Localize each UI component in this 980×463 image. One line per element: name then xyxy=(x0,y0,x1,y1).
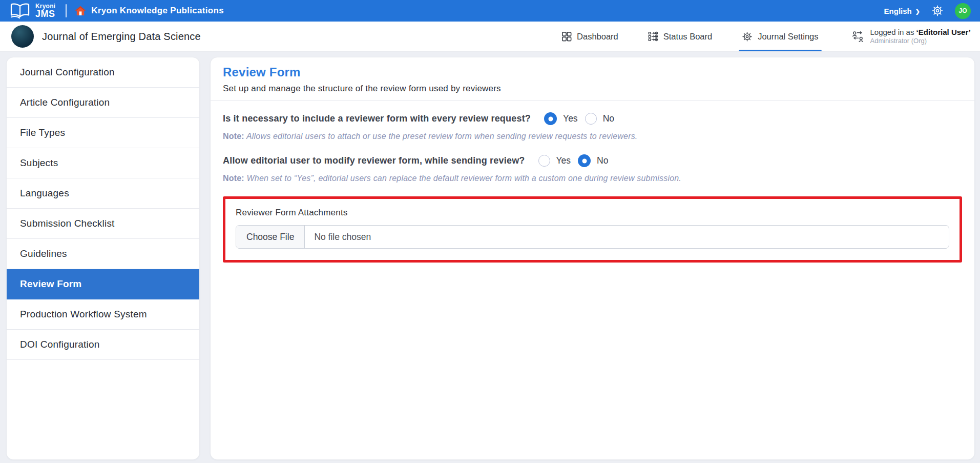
note-text: Allows editorial users to attach or use … xyxy=(244,132,638,140)
nav-label: Status Board xyxy=(663,32,712,42)
nav-label: Dashboard xyxy=(577,32,618,42)
open-book-icon xyxy=(9,2,31,19)
settings-sidebar: Journal Configuration Article Configurat… xyxy=(6,57,200,460)
nav-label: Journal Settings xyxy=(758,32,818,42)
question-note: Note: Allows editorial users to attach o… xyxy=(223,132,962,141)
page-subtitle: Set up and manage the structure of the r… xyxy=(223,84,962,94)
user-initials: JO xyxy=(958,7,967,14)
logged-in-user-name: ‘Editorial User’ xyxy=(916,28,971,36)
journal-identity: Journal of Emerging Data Science xyxy=(11,22,201,51)
gear-icon xyxy=(742,31,753,42)
journal-name: Journal of Emerging Data Science xyxy=(42,31,201,43)
user-avatar[interactable]: JO xyxy=(955,3,971,19)
workflow-icon xyxy=(648,31,658,42)
sidebar-item-production-workflow-system[interactable]: Production Workflow System xyxy=(7,299,199,330)
radio-option-yes[interactable]: Yes xyxy=(538,155,571,167)
sidebar-item-article-configuration[interactable]: Article Configuration xyxy=(7,88,199,118)
topbar-right: English ❯ xyxy=(884,3,971,19)
logged-in-user-block[interactable]: Logged in as ‘Editorial User’ Administra… xyxy=(851,22,971,51)
review-form-panel: Review Form Set up and manage the struct… xyxy=(210,57,975,460)
journal-logo xyxy=(11,25,34,48)
sidebar-item-languages[interactable]: Languages xyxy=(7,178,199,209)
brand-logo[interactable]: Kryoni JMS xyxy=(9,2,55,19)
brand-subtitle: JMS xyxy=(35,9,55,18)
publisher-name: Kryon Knowledge Publications xyxy=(91,6,224,16)
sidebar-item-file-types[interactable]: File Types xyxy=(7,118,199,148)
sidebar-item-submission-checklist[interactable]: Submission Checklist xyxy=(7,209,199,239)
radio-label: No xyxy=(597,155,608,166)
page-title: Review Form xyxy=(223,65,962,79)
radio-label: No xyxy=(603,113,614,124)
language-selector[interactable]: English ❯ xyxy=(884,7,920,15)
nav-item-journal-settings[interactable]: Journal Settings xyxy=(742,22,818,51)
nav-item-status-board[interactable]: Status Board xyxy=(648,22,712,51)
radio-option-no[interactable]: No xyxy=(578,154,608,167)
topbar-divider xyxy=(66,4,67,17)
question-modify-reviewer-form: Allow editorial user to modify reviewer … xyxy=(223,154,962,167)
topbar: Kryoni JMS Kryon Knowledge Publications … xyxy=(0,0,980,22)
language-label: English xyxy=(884,7,912,15)
question-note: Note: When set to “Yes”, editorial users… xyxy=(223,174,962,183)
settings-gear-button[interactable] xyxy=(931,5,944,17)
brand-text: Kryoni JMS xyxy=(35,3,55,18)
nav-item-dashboard[interactable]: Dashboard xyxy=(561,22,618,51)
publisher-home-link[interactable]: Kryon Knowledge Publications xyxy=(75,6,224,16)
highlighted-attachments-section: Reviewer Form Attachments Choose File No… xyxy=(223,196,962,263)
radio-label: Yes xyxy=(556,155,571,166)
sidebar-item-guidelines[interactable]: Guidelines xyxy=(7,239,199,269)
user-role: Administrator (Org) xyxy=(870,37,971,46)
chevron-right-icon: ❯ xyxy=(915,8,920,15)
grid-icon xyxy=(561,31,572,42)
header-nav: Dashboard Status Board xyxy=(561,22,971,51)
home-icon xyxy=(75,6,86,16)
file-status-text: No file chosen xyxy=(305,226,380,248)
sidebar-item-review-form[interactable]: Review Form xyxy=(7,269,199,299)
sidebar-item-doi-configuration[interactable]: DOI Configuration xyxy=(7,330,199,360)
radio-no-unselected[interactable] xyxy=(585,113,597,125)
choose-file-button[interactable]: Choose File xyxy=(236,226,305,248)
note-label: Note: xyxy=(223,132,244,140)
note-label: Note: xyxy=(223,174,244,183)
radio-no-selected[interactable] xyxy=(578,154,591,167)
radio-option-no[interactable]: No xyxy=(585,113,614,125)
attachments-label: Reviewer Form Attachments xyxy=(236,208,949,218)
radio-yes-selected[interactable] xyxy=(544,112,557,125)
sidebar-item-subjects[interactable]: Subjects xyxy=(7,148,199,178)
question-text: Is it necessary to include a reviewer fo… xyxy=(223,113,531,124)
radio-label: Yes xyxy=(563,113,578,124)
panel-body: Is it necessary to include a reviewer fo… xyxy=(211,101,974,272)
file-upload-input[interactable]: Choose File No file chosen xyxy=(236,225,949,249)
question-text: Allow editorial user to modify reviewer … xyxy=(223,155,525,166)
sidebar-item-journal-configuration[interactable]: Journal Configuration xyxy=(7,57,199,88)
question-include-reviewer-form: Is it necessary to include a reviewer fo… xyxy=(223,112,962,125)
journal-header: Journal of Emerging Data Science Dashboa… xyxy=(0,22,980,52)
page-body: Journal Configuration Article Configurat… xyxy=(0,52,980,463)
user-info: Logged in as ‘Editorial User’ Administra… xyxy=(870,27,971,46)
logged-in-text: Logged in as ‘Editorial User’ xyxy=(870,27,971,37)
gear-icon xyxy=(931,5,944,17)
radio-yes-unselected[interactable] xyxy=(538,155,550,167)
user-switch-icon xyxy=(851,30,864,43)
panel-header: Review Form Set up and manage the struct… xyxy=(211,57,974,100)
note-text: When set to “Yes”, editorial users can r… xyxy=(244,174,681,183)
radio-option-yes[interactable]: Yes xyxy=(544,112,578,125)
